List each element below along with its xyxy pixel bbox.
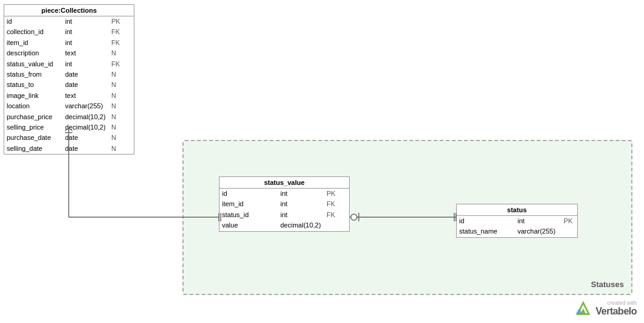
table-collections-body: id int PK collection_id int FK item_id i… xyxy=(4,16,134,154)
table-collections: piece:Collections id int PK collection_i… xyxy=(4,4,134,155)
table-status: status id int PK status_name varchar(255… xyxy=(456,204,578,238)
svg-marker-14 xyxy=(576,308,583,314)
table-row: collection_id int FK xyxy=(4,27,134,37)
table-row: description text N xyxy=(4,48,134,58)
table-row: status_name varchar(255) xyxy=(457,226,577,237)
table-row: purchase_price decimal(10,2) N xyxy=(4,112,134,122)
table-status-body: id int PK status_name varchar(255) xyxy=(457,216,577,237)
table-row: status_value_id int FK xyxy=(4,59,134,69)
table-status-value: status_value id int PK item_id int FK st… xyxy=(219,176,350,232)
table-row: selling_price decimal(10,2) N xyxy=(4,122,134,133)
table-row: id int PK xyxy=(457,216,577,226)
table-row: status_from date N xyxy=(4,69,134,80)
table-status-header: status xyxy=(457,204,577,216)
watermark: created with Vertabelo xyxy=(575,300,637,317)
table-row: image_link text N xyxy=(4,91,134,101)
table-row: status_id int FK xyxy=(220,210,349,220)
vertabelo-icon xyxy=(575,300,592,317)
created-with-label: created with xyxy=(607,300,637,306)
table-row: item_id int FK xyxy=(220,199,349,209)
group-label: Statuses xyxy=(591,280,624,289)
vertabelo-logo: created with Vertabelo xyxy=(595,300,637,317)
table-row: value decimal(10,2) xyxy=(220,220,349,231)
diagram-canvas: Statuses piece:Collections id int PK col… xyxy=(0,0,644,323)
table-row: id int PK xyxy=(220,189,349,199)
table-row: selling_date date N xyxy=(4,144,134,154)
table-status-value-body: id int PK item_id int FK status_id int F… xyxy=(220,189,349,231)
table-status-value-header: status_value xyxy=(220,177,349,189)
table-collections-header: piece:Collections xyxy=(4,5,134,16)
table-row: id int PK xyxy=(4,16,134,27)
table-row: item_id int FK xyxy=(4,38,134,48)
table-row: location varchar(255) N xyxy=(4,101,134,111)
table-row: status_to date N xyxy=(4,80,134,90)
table-row: purchase_date date N xyxy=(4,133,134,143)
brand-name: Vertabelo xyxy=(595,306,637,317)
